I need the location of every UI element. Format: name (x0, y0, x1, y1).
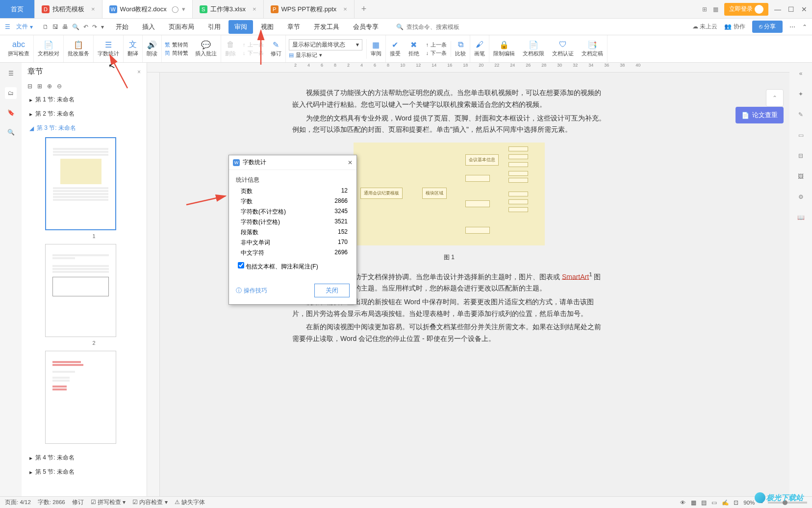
nav-tab[interactable]: 🗂 (5, 87, 17, 99)
menu-layout[interactable]: 页面布局 (163, 20, 200, 34)
missing-fonts[interactable]: ⚠ 缺失字体 (175, 499, 205, 506)
restrict-button[interactable]: 🔒限制编辑 (489, 35, 519, 62)
menu-start[interactable]: 开始 (110, 20, 134, 34)
close-icon[interactable]: × (91, 5, 95, 13)
share-button[interactable]: ⎋ 分享 (752, 21, 783, 33)
outline-tab[interactable]: ☰ (5, 68, 17, 79)
menu-member[interactable]: 会员专享 (347, 20, 384, 34)
tab-home[interactable]: 首页 (0, 0, 35, 18)
preview-icon[interactable]: 🔍 (72, 24, 79, 30)
collapse-all-icon[interactable]: ⊟ (27, 83, 32, 90)
float-toggle-icon[interactable]: ⌃ (766, 89, 784, 107)
content-check-toggle[interactable]: ☑ 内容检查 ▾ (132, 499, 167, 506)
menu-insert[interactable]: 插入 (136, 20, 161, 34)
search-input[interactable] (406, 24, 465, 30)
zoom-fit-icon[interactable]: ⊡ (734, 499, 738, 506)
compare-button[interactable]: ⧉比较 (451, 35, 470, 62)
close-window-button[interactable]: ✕ (801, 5, 807, 13)
close-panel-icon[interactable]: × (137, 69, 141, 75)
tips-link[interactable]: ⓘ操作技巧 (236, 287, 267, 295)
section-item-active[interactable]: ◢ 第 3 节: 未命名 (25, 121, 143, 135)
grid-icon[interactable]: ⊞ (702, 6, 707, 13)
paragraph[interactable]: 为使您的文档具有专业外观，Word 提供了页眉、页脚、封面和文本框设计，这些设计… (292, 113, 606, 136)
print-icon[interactable]: 🖶 (62, 24, 68, 30)
view-outline-icon[interactable]: ▤ (701, 499, 707, 506)
book-icon[interactable]: 📖 (795, 212, 807, 223)
brush-button[interactable]: 🖌画笔 (470, 35, 489, 62)
next-comment[interactable]: ↓下一条 (243, 49, 264, 57)
search-tab[interactable]: 🔍 (5, 126, 17, 138)
minimize-button[interactable]: — (774, 5, 781, 13)
tab-template[interactable]: D 找稻壳模板 × (35, 0, 102, 18)
close-icon[interactable]: × (253, 5, 256, 13)
view-web-icon[interactable]: ▭ (711, 499, 717, 506)
remove-section-icon[interactable]: ⊖ (57, 83, 62, 90)
gear-icon[interactable]: ⚙ (795, 191, 807, 203)
row-icon[interactable]: ⊟ (795, 150, 807, 162)
login-button[interactable]: 立即登录 (724, 3, 768, 16)
simp-to-trad[interactable]: 简简转繁 (165, 49, 188, 57)
maximize-button[interactable]: ☐ (788, 5, 794, 13)
approve-button[interactable]: 📋批改服务 (64, 35, 94, 62)
wordcount-button[interactable]: ☰字数统计 (94, 35, 124, 62)
new-icon[interactable]: 🗋 (43, 24, 49, 30)
collapse-ribbon-icon[interactable]: ⌃ (802, 24, 807, 30)
paragraph[interactable]: 在新的阅读视图中阅读更加容易。可以折叠文档某些部分并关注所需文本。如果在达到结尾… (292, 321, 606, 345)
word-status[interactable]: 字数: 2866 (38, 499, 65, 506)
read-aloud-button[interactable]: 🔊朗读 (143, 35, 162, 62)
tab-menu-icon[interactable]: ▾ (182, 5, 185, 13)
menu-chapter[interactable]: 章节 (281, 20, 306, 34)
insert-comment-button[interactable]: 💬插入批注 (191, 35, 221, 62)
spellcheck-button[interactable]: abc拼写检查 (4, 35, 34, 62)
close-button[interactable]: 关闭 (314, 284, 350, 297)
bookmark-tab[interactable]: 🔖 (5, 107, 17, 119)
horizontal-ruler[interactable]: 2468 2468 10121416 18202224 26283032 343… (147, 63, 789, 73)
revise-button[interactable]: ✎修订 (267, 35, 286, 62)
dialog-close-button[interactable]: ✕ (348, 159, 353, 166)
prev-comment[interactable]: ↑上一条 (243, 41, 264, 48)
expand-all-icon[interactable]: ⊞ (37, 83, 42, 90)
smartart-link[interactable]: SmartArt (562, 272, 589, 280)
more-icon[interactable]: ⋯ (789, 24, 795, 30)
next-change[interactable]: ↓下一条 (426, 49, 447, 57)
cert-button[interactable]: 🛡文档认证 (548, 35, 578, 62)
menu-reference[interactable]: 引用 (202, 20, 227, 34)
menu-review[interactable]: 审阅 (228, 20, 253, 34)
pencil-icon[interactable]: ✎ (795, 109, 807, 121)
paper-check-badge[interactable]: 📄 论文查重 (736, 107, 784, 123)
cloud-icon[interactable]: ☁ 未上云 (692, 23, 717, 31)
undo-icon[interactable]: ↶ (83, 24, 88, 30)
image-icon[interactable]: 🖼 (795, 170, 807, 182)
page-thumbnail-3[interactable] (45, 351, 116, 444)
reject-button[interactable]: ✖拒绝 (405, 35, 423, 62)
checkbox[interactable] (238, 262, 244, 268)
show-markup-button[interactable]: ▤显示标记▾ (289, 51, 362, 59)
hamburger-icon[interactable]: ☰ (5, 24, 10, 30)
translate-button[interactable]: ⽂翻译 (124, 35, 143, 62)
revise-status[interactable]: 修订 (72, 499, 84, 506)
trad-to-simp[interactable]: 繁繁转简 (165, 41, 188, 48)
view-print-icon[interactable]: ▦ (691, 499, 696, 506)
page-status[interactable]: 页面: 4/12 (5, 499, 31, 506)
file-menu[interactable]: 文件 ▾ (12, 21, 37, 33)
tab-spreadsheet[interactable]: S 工作簿3.xlsx × (193, 0, 264, 18)
section-item[interactable]: ▸ 第 2 节: 未命名 (25, 107, 143, 121)
section-item[interactable]: ▸ 第 4 节: 未命名 (25, 451, 143, 465)
paragraph[interactable]: 视频提供了功能强大的方法帮助您证明您的观点。当您单击联机视频时，可以在想要添加的… (292, 87, 606, 111)
qat-dropdown-icon[interactable]: ▾ (101, 24, 104, 30)
zoom-value[interactable]: 90% (743, 500, 755, 506)
prev-change[interactable]: ↑上一条 (426, 41, 447, 48)
select-icon[interactable]: ▭ (795, 129, 807, 141)
redo-icon[interactable]: ↷ (92, 24, 97, 30)
view-reading-icon[interactable]: ✍ (722, 499, 729, 506)
save-icon[interactable]: 🖫 (52, 24, 58, 30)
tab-word-doc[interactable]: W Word教程2.docx ◯ ▾ (102, 0, 193, 18)
close-icon[interactable]: × (343, 5, 347, 13)
sparkle-icon[interactable]: ✦ (795, 88, 807, 100)
coop-button[interactable]: 👥 协作 (724, 23, 745, 31)
menu-devtools[interactable]: 开发工具 (308, 20, 345, 34)
delete-comment-button[interactable]: 🗑删除 (221, 35, 240, 62)
vertical-ruler[interactable] (147, 73, 160, 496)
add-tab-button[interactable]: + (355, 0, 374, 18)
section-item[interactable]: ▸ 第 1 节: 未命名 (25, 93, 143, 107)
